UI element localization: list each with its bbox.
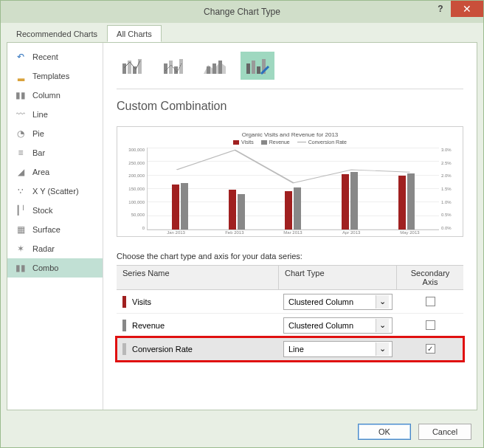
svg-rect-9 [207,66,210,74]
x-axis: Jan 2013 Feb 2013 Mar 2013 Apr 2013 May … [125,230,455,235]
sidebar-item-label: Area [32,168,49,176]
window-controls: ? ✕ [430,1,483,17]
svg-rect-14 [257,66,260,74]
radar-icon: ✶ [15,243,27,255]
sidebar-item-combo[interactable]: ▮▮Combo [7,258,103,278]
header-series-name: Series Name [117,266,279,289]
tab-recommended[interactable]: Recommended Charts [7,25,107,42]
sidebar-item-label: Radar [32,244,55,253]
sidebar-item-scatter[interactable]: ∵X Y (Scatter) [7,182,103,201]
dialog-window: Change Chart Type ? ✕ Recommended Charts… [0,0,484,448]
y-axis-secondary: 3.0% 2.5% 2.0% 1.5% 1.0% 0.5% 0.0% [439,148,455,230]
cancel-button[interactable]: Cancel [418,424,471,440]
area-icon: ◢ [15,166,27,178]
close-button[interactable]: ✕ [451,1,483,17]
header-secondary-axis: Secondary Axis [397,266,463,289]
preview-plot: 300,000 250,000 200,000 150,000 100,000 … [125,148,455,230]
footer: OK Cancel [1,416,483,447]
chart-type-dropdown[interactable]: Clustered Column⌄ [283,294,393,310]
sidebar-item-label: X Y (Scatter) [32,187,79,196]
help-button[interactable]: ? [430,1,451,17]
legend-revenue: Revenue [261,139,290,145]
series-grid: Series Name Chart Type Secondary Axis Vi… [117,265,463,361]
sidebar-item-radar[interactable]: ✶Radar [7,239,103,258]
sidebar-item-recent[interactable]: ↶Recent [7,47,103,66]
sidebar-item-label: Stock [32,206,53,215]
preview-legend: Visits Revenue Conversion Rate [125,139,455,145]
sidebar-item-label: Combo [32,263,58,272]
svg-rect-4 [164,63,167,74]
choose-label: Choose the chart type and axis for your … [117,252,463,261]
chart-type-sidebar: ↶Recent ▂Templates ▮▮Column 〰Line ◔Pie ≡… [7,43,103,410]
plot-area [147,148,439,230]
sidebar-item-column[interactable]: ▮▮Column [7,86,103,105]
recent-icon: ↶ [15,51,27,63]
preview-title: Organic Visits and Revenue for 2013 [125,131,455,138]
sidebar-item-stock[interactable]: ┃╵Stock [7,201,103,220]
svg-rect-12 [246,63,250,74]
stock-icon: ┃╵ [15,204,27,216]
sidebar-item-area[interactable]: ◢Area [7,162,103,182]
series-row-conversion-rate: Conversion Rate Line⌄ ✓ [117,337,463,361]
subtype-custom-combination[interactable] [241,52,274,80]
legend-visits: Visits [233,139,254,145]
svg-rect-10 [212,63,216,74]
sidebar-item-label: Column [32,91,60,100]
sidebar-item-label: Templates [32,72,69,80]
secondary-axis-checkbox[interactable] [426,320,435,330]
section-title: Custom Combination [117,100,463,113]
series-row-revenue: Revenue Clustered Column⌄ [117,314,463,337]
sidebar-item-label: Line [32,110,48,119]
sidebar-item-templates[interactable]: ▂Templates [7,66,103,86]
chart-preview: Organic Visits and Revenue for 2013 Visi… [117,126,463,237]
sidebar-item-line[interactable]: 〰Line [7,105,103,124]
svg-rect-13 [252,61,255,74]
sidebar-item-bar[interactable]: ≡Bar [7,143,103,162]
tabstrip: Recommended Charts All Charts [1,23,483,42]
svg-rect-5 [169,61,173,74]
sidebar-item-label: Recent [32,52,58,61]
dialog-body: ↶Recent ▂Templates ▮▮Column 〰Line ◔Pie ≡… [7,42,477,410]
line-icon: 〰 [15,108,27,120]
secondary-axis-checkbox[interactable] [426,297,435,306]
y-axis: 300,000 250,000 200,000 150,000 100,000 … [125,148,147,230]
series-name-label: Conversion Rate [132,345,193,354]
ok-button[interactable]: OK [358,424,411,440]
sidebar-item-surface[interactable]: ▦Surface [7,220,103,239]
svg-rect-11 [218,61,222,74]
series-swatch [122,343,126,355]
combo-icon: ▮▮ [15,262,27,274]
series-swatch [122,320,126,331]
pie-icon: ◔ [15,128,27,139]
surface-icon: ▦ [15,224,27,235]
subtype-row [117,52,463,80]
series-name-label: Revenue [132,321,165,330]
subtype-clustered-column-line-secondary[interactable] [158,52,192,80]
subtype-stacked-area-column[interactable] [199,52,233,80]
grid-header: Series Name Chart Type Secondary Axis [117,266,463,290]
legend-rate: Conversion Rate [297,139,347,145]
series-name-label: Visits [132,297,151,306]
bar-icon: ≡ [15,147,27,159]
templates-icon: ▂ [15,70,27,82]
series-row-visits: Visits Clustered Column⌄ [117,290,463,314]
scatter-icon: ∵ [15,185,27,197]
subtype-clustered-column-line[interactable] [117,52,151,80]
sidebar-item-label: Surface [32,225,60,234]
chevron-down-icon: ⌄ [376,342,389,356]
divider [117,89,463,89]
svg-rect-0 [122,63,126,74]
secondary-axis-checkbox[interactable]: ✓ [426,344,435,354]
header-chart-type: Chart Type [279,266,397,289]
window-title: Change Chart Type [204,7,280,17]
sidebar-item-label: Bar [32,148,45,157]
chart-type-dropdown[interactable]: Line⌄ [283,341,393,357]
chart-type-dropdown[interactable]: Clustered Column⌄ [283,317,393,334]
series-swatch [122,296,126,308]
main-panel: Custom Combination Organic Visits and Re… [103,43,477,410]
chevron-down-icon: ⌄ [376,295,389,309]
column-icon: ▮▮ [15,89,27,101]
sidebar-item-label: Pie [32,129,44,138]
sidebar-item-pie[interactable]: ◔Pie [7,124,103,143]
tab-all-charts[interactable]: All Charts [107,25,162,42]
